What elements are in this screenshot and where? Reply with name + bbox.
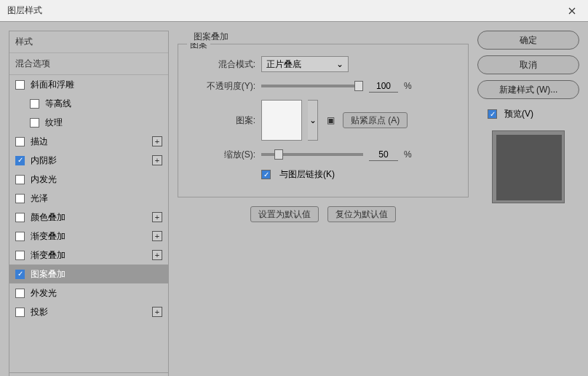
style-checkbox[interactable]: [15, 251, 25, 260]
style-checkbox[interactable]: [15, 80, 25, 90]
style-label: 斜面和浮雕: [31, 79, 74, 91]
opacity-suffix: %: [404, 81, 412, 91]
style-item[interactable]: 斜面和浮雕: [9, 75, 168, 94]
style-checkbox[interactable]: [15, 232, 25, 241]
style-checkbox[interactable]: [15, 289, 25, 298]
styles-footer: fx▾ ⬆ ⬇: [9, 372, 168, 376]
chevron-down-icon: ⌄: [336, 59, 343, 69]
styles-header[interactable]: 样式: [9, 31, 168, 53]
dialog-content: 样式 混合选项 斜面和浮雕等高线纹理描边+内阴影+内发光光泽颜色叠加+渐变叠加+…: [0, 22, 588, 376]
add-effect-icon[interactable]: +: [152, 155, 162, 165]
style-label: 图案叠加: [31, 268, 65, 281]
styles-panel: 样式 混合选项 斜面和浮雕等高线纹理描边+内阴影+内发光光泽颜色叠加+渐变叠加+…: [9, 31, 169, 367]
close-button[interactable]: [555, 0, 588, 22]
style-item[interactable]: 图案叠加: [9, 265, 168, 283]
scale-slider[interactable]: [261, 153, 363, 156]
add-effect-icon[interactable]: +: [152, 250, 162, 260]
blend-options-header[interactable]: 混合选项: [9, 53, 168, 75]
style-item[interactable]: 渐变叠加+: [9, 246, 168, 265]
style-item[interactable]: 描边+: [9, 132, 168, 151]
link-layer-label: 与图层链接(K): [279, 168, 335, 181]
scale-label: 缩放(S):: [190, 149, 255, 161]
blend-mode-label: 混合模式:: [190, 58, 255, 71]
opacity-label: 不透明度(Y):: [190, 80, 255, 93]
opacity-slider[interactable]: [261, 85, 363, 87]
style-checkbox[interactable]: [15, 175, 25, 184]
opacity-input[interactable]: [369, 79, 398, 93]
style-item[interactable]: 纹理: [9, 113, 168, 132]
scale-suffix: %: [404, 149, 412, 160]
options-panel: 图案叠加 图案 混合模式: 正片叠底 ⌄ 不透明度(Y): % 图案: ⌄: [178, 31, 469, 367]
blend-mode-value: 正片叠底: [266, 58, 301, 71]
reset-default-button[interactable]: 复位为默认值: [327, 206, 396, 222]
style-checkbox[interactable]: [30, 99, 39, 109]
style-checkbox[interactable]: [15, 156, 25, 165]
style-label: 纹理: [45, 117, 63, 129]
style-checkbox[interactable]: [15, 213, 25, 222]
styles-list: 样式 混合选项 斜面和浮雕等高线纹理描边+内阴影+内发光光泽颜色叠加+渐变叠加+…: [9, 31, 169, 376]
window-title: 图层样式: [7, 4, 42, 17]
set-default-button[interactable]: 设置为默认值: [250, 206, 319, 222]
style-item[interactable]: 渐变叠加+: [9, 227, 168, 246]
style-checkbox[interactable]: [15, 308, 25, 317]
style-item[interactable]: 内发光: [9, 170, 168, 189]
action-panel: 确定 取消 新建样式 (W)... 预览(V): [477, 31, 579, 367]
style-label: 光泽: [31, 192, 48, 205]
link-layer-checkbox[interactable]: [261, 170, 271, 179]
chevron-down-icon: ⌄: [309, 115, 317, 125]
style-label: 内阴影: [31, 154, 57, 167]
style-label: 渐变叠加: [31, 249, 65, 262]
style-label: 渐变叠加: [31, 230, 65, 243]
style-item[interactable]: 内阴影+: [9, 151, 168, 170]
ok-button[interactable]: 确定: [477, 31, 579, 50]
scale-input[interactable]: [369, 148, 398, 161]
style-checkbox[interactable]: [30, 118, 39, 128]
style-label: 外发光: [31, 287, 57, 299]
style-item[interactable]: 等高线: [9, 94, 168, 113]
pattern-dropdown[interactable]: ⌄: [308, 100, 318, 141]
style-item[interactable]: 投影+: [9, 302, 168, 321]
style-item[interactable]: 颜色叠加+: [9, 208, 168, 227]
cancel-button[interactable]: 取消: [477, 55, 579, 74]
pattern-swatch[interactable]: [261, 100, 302, 141]
preview-swatch: [496, 135, 562, 200]
add-effect-icon[interactable]: +: [152, 212, 162, 222]
add-effect-icon[interactable]: +: [152, 136, 162, 146]
style-label: 投影: [31, 306, 48, 318]
preview-label: 预览(V): [504, 108, 533, 120]
style-label: 等高线: [45, 98, 71, 110]
blend-mode-select[interactable]: 正片叠底 ⌄: [261, 56, 349, 72]
preview-box: [492, 130, 565, 203]
titlebar: 图层样式: [0, 0, 588, 22]
slider-thumb[interactable]: [354, 81, 363, 91]
snap-origin-button[interactable]: 贴紧原点 (A): [343, 112, 408, 128]
group-title: 图案叠加: [191, 31, 231, 43]
style-checkbox[interactable]: [15, 137, 25, 146]
snap-origin-icon[interactable]: ▣: [324, 114, 337, 127]
new-style-button[interactable]: 新建样式 (W)...: [477, 80, 579, 99]
style-item[interactable]: 光泽: [9, 189, 168, 208]
add-effect-icon[interactable]: +: [152, 231, 162, 241]
style-label: 内发光: [31, 173, 57, 186]
slider-thumb[interactable]: [274, 149, 283, 160]
style-checkbox[interactable]: [15, 194, 25, 203]
style-checkbox[interactable]: [15, 270, 25, 279]
style-label: 描边: [31, 136, 48, 148]
close-icon: [568, 7, 576, 15]
preview-checkbox[interactable]: [488, 109, 497, 119]
style-item[interactable]: 外发光: [9, 283, 168, 302]
pattern-label: 图案:: [190, 114, 255, 127]
style-label: 颜色叠加: [31, 211, 65, 224]
add-effect-icon[interactable]: +: [152, 307, 162, 317]
